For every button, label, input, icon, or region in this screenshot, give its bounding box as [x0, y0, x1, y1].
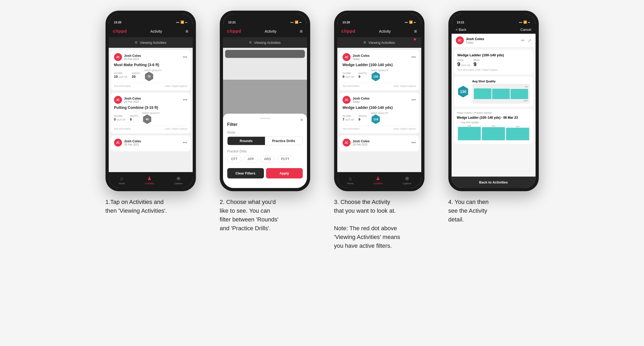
activity-card-3-3[interactable]: JC Josh Coles 28 Feb 2023 ••• — [339, 135, 419, 151]
card-more-3-1[interactable]: ••• — [411, 55, 416, 59]
detail-user-bar-4: JC Josh Coles Today ✏ ⤢ — [452, 34, 536, 47]
card-title-1-2: Putting Combine (3-15 ft) — [114, 105, 187, 110]
hex-3-1: 130 — [371, 72, 381, 81]
user-date-1-2: 28 Feb 2023 — [124, 100, 181, 103]
card-stats-1-1: Score 10 OUT OF Shots 20 — [114, 69, 187, 81]
stat-score-1-2: Score 0 OUT OF — [114, 115, 126, 121]
stat-shots-3-2: Shots 9 — [359, 115, 367, 121]
menu-icon-3[interactable]: ≡ — [414, 29, 417, 34]
filter-modal-2: ✕ Filter Show Rounds Practice Drills Pra… — [223, 114, 307, 188]
activity-card-1-1[interactable]: JC Josh Coles 28 Feb 2023 ••• Must Make … — [111, 50, 191, 91]
chip-app-2[interactable]: APP — [244, 155, 258, 163]
logo-3: clippd — [342, 29, 356, 34]
detail-user-date-4: Today — [466, 41, 484, 44]
card-stats-3-1: Score 9 OUT OF Shots 9 — [343, 69, 416, 81]
va-icon-1: ⚙ — [135, 41, 138, 44]
detail-header-4: < Back Cancel — [452, 25, 536, 34]
shots-value-1-2: 9 — [130, 117, 138, 121]
status-icons-2: ▪▪▪ 📶 ▪▪ — [291, 20, 302, 24]
chip-arg-2[interactable]: ARG — [260, 155, 275, 163]
activity-card-1-2[interactable]: JC Josh Coles 28 Feb 2023 ••• Putting Co… — [111, 93, 191, 133]
rounds-btn-2[interactable]: Rounds — [228, 137, 265, 145]
back-to-activities-btn-4[interactable]: Back to Activities — [452, 177, 536, 188]
stat-score-3-1: Score 9 OUT OF — [343, 72, 354, 79]
menu-icon-1[interactable]: ≡ — [186, 29, 188, 34]
card-more-1-1[interactable]: ••• — [183, 55, 187, 59]
battery-icon: ▪▪ — [185, 21, 187, 24]
phone-screen-3: 13:20 ▪▪▪ 📶 ▪▪ clippd Activity ≡ ⚙ Viewi… — [337, 14, 421, 188]
va-text-1: Viewing Activities — [140, 41, 166, 45]
capture-icon-3: ⊕ — [405, 176, 409, 181]
activity-title-4: Wedge Ladder (100–140 yds) - 06 Mar 23 — [457, 116, 530, 119]
expand-icon-4[interactable]: ⤢ — [528, 38, 531, 43]
stat-shots-1-1: Shots 20 — [132, 72, 140, 79]
apply-btn-2[interactable]: Apply — [266, 168, 303, 178]
avatar-1-2: JC — [114, 96, 122, 104]
capture-icon-1: ⊕ — [176, 176, 180, 181]
notch-1 — [133, 14, 168, 21]
bottom-nav-capture-1[interactable]: ⊕ Capture — [174, 176, 183, 185]
phone-screen-1: 13:20 ▪▪▪ 📶 ▪▪ clippd Activity ≡ ⚙ Viewi… — [109, 14, 193, 188]
user-date-1-1: 28 Feb 2023 — [124, 58, 181, 61]
phone-screen-4: 13:21 ▪▪▪ 📶 ▪▪ < Back Cancel JC Jos — [452, 14, 536, 188]
screen-content-3: JC Josh Coles Today ••• Wedge Ladder (10… — [337, 48, 421, 172]
bottom-nav-home-3[interactable]: ⌂ Home — [347, 176, 353, 185]
cancel-btn-4[interactable]: Cancel — [520, 28, 531, 32]
bottom-nav-home-1[interactable]: ⌂ Home — [119, 176, 125, 185]
card-more-3-3[interactable]: ••• — [411, 140, 416, 145]
card-more-1-2[interactable]: ••• — [183, 97, 187, 102]
card-more-3-2[interactable]: ••• — [411, 97, 416, 102]
viewing-activities-bar-1[interactable]: ⚙ Viewing Activities — [109, 37, 193, 48]
phone-section-4: 13:21 ▪▪▪ 📶 ▪▪ < Back Cancel JC Jos — [444, 11, 543, 224]
caption-1: 1.Tap on Activities and then 'Viewing Ac… — [106, 198, 196, 215]
viewing-activities-bar-2[interactable]: ⚙ Viewing Activities — [223, 37, 307, 48]
user-name-1-1: Josh Coles — [124, 54, 181, 58]
activities-icon-3: ♟ — [376, 176, 380, 181]
activity-card-1-3[interactable]: JC Josh Coles 28 Feb 2023 ••• — [111, 135, 191, 151]
card-more-1-3[interactable]: ••• — [183, 140, 187, 145]
card-header-3-1: JC Josh Coles Today ••• — [343, 53, 416, 61]
filter-close-2[interactable]: ✕ — [300, 117, 303, 122]
chip-ott-2[interactable]: OTT — [227, 155, 242, 163]
avatar-1-3: JC — [114, 139, 122, 147]
nav-bar-2: clippd Activity ≡ — [223, 25, 307, 37]
practice-drills-btn-2[interactable]: Practice Drills — [265, 137, 302, 145]
card-footer-1-1: Test Information Data: Clippd Capture — [114, 83, 187, 87]
nav-title-2: Activity — [265, 29, 276, 33]
chip-putt-2[interactable]: PUTT — [277, 155, 293, 163]
card-footer-1-2: Test Information Data: Clippd Capture — [114, 126, 187, 130]
card-title-3-2: Wedge Ladder (100-140 yds) — [343, 105, 416, 110]
edit-icon-4[interactable]: ✏ — [521, 38, 525, 43]
blurred-card-2 — [225, 50, 305, 58]
menu-icon-2[interactable]: ≡ — [300, 29, 303, 34]
avatar-3-3: JC — [343, 139, 351, 147]
show-label-2: Show — [227, 131, 303, 134]
activity-card-3-1[interactable]: JC Josh Coles Today ••• Wedge Ladder (10… — [339, 50, 419, 91]
detail-actions-4: ✏ ⤢ — [521, 38, 531, 43]
viewing-activities-bar-3[interactable]: ⚙ Viewing Activities — [337, 37, 421, 48]
user-info-3-2: Josh Coles Today — [353, 97, 409, 103]
filter-chips-row-2: OTT APP ARG PUTT — [227, 155, 303, 163]
wifi-icon-3: 📶 — [409, 20, 413, 24]
bottom-nav-activities-1[interactable]: ♟ Activities — [145, 176, 154, 185]
caption-3: 3. Choose the Activity that you want to … — [334, 198, 424, 250]
user-info-1-1: Josh Coles 28 Feb 2023 — [124, 54, 181, 61]
drag-handle-2 — [260, 118, 270, 119]
activity-card-3-2[interactable]: JC Josh Coles Today ••• Wedge Ladder (10… — [339, 93, 419, 133]
clear-filters-btn-2[interactable]: Clear Filters — [227, 168, 264, 178]
bottom-nav-capture-3[interactable]: ⊕ Capture — [403, 176, 411, 185]
phone-frame-4: 13:21 ▪▪▪ 📶 ▪▪ < Back Cancel JC Jos — [448, 11, 539, 191]
stat-score-1-1: Score 10 OUT OF — [114, 72, 128, 79]
battery-icon-4: ▪▪ — [528, 21, 530, 24]
user-name-1-2: Josh Coles — [124, 97, 181, 100]
phone-frame-3: 13:20 ▪▪▪ 📶 ▪▪ clippd Activity ≡ ⚙ Viewi… — [334, 11, 424, 191]
score-val-4: 9 OUT OF — [457, 61, 470, 67]
stat-sq-3-2: Shot Quality 118 — [371, 112, 389, 124]
screen-content-1: JC Josh Coles 28 Feb 2023 ••• Must Make … — [109, 48, 193, 172]
score-value-1-1: 10 OUT OF — [114, 75, 128, 79]
hex-4: 130 — [457, 86, 469, 97]
user-name-3-3: Josh Coles — [353, 139, 409, 143]
bottom-nav-activities-3[interactable]: ♟ Activities — [373, 176, 383, 185]
back-btn-4[interactable]: < Back — [456, 28, 466, 32]
detail-user-name-4: Josh Coles — [466, 37, 484, 41]
